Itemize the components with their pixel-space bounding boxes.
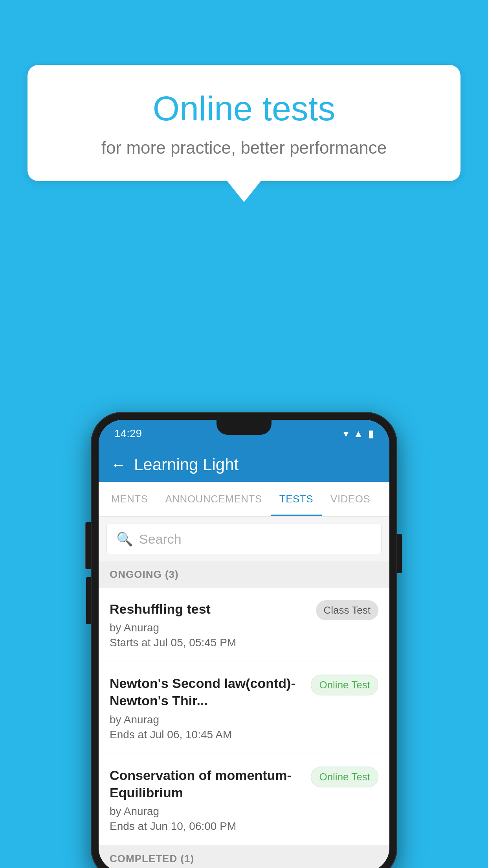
phone-mockup: 14:29 ▾ ▲ ▮ ← Learning Light MENTS ANNOU… [91, 412, 397, 868]
test-date: Starts at Jul 05, 05:45 PM [110, 636, 308, 649]
test-author: by Anurag [110, 714, 303, 726]
speech-bubble-section: Online tests for more practice, better p… [28, 65, 460, 202]
wifi-icon: ▾ [343, 428, 349, 440]
signal-icon: ▲ [353, 428, 363, 440]
bubble-title: Online tests [59, 88, 429, 129]
test-info: Newton's Second law(contd)-Newton's Thir… [110, 675, 311, 741]
tab-videos[interactable]: VIDEOS [322, 482, 379, 516]
tab-tests[interactable]: TESTS [271, 482, 322, 516]
test-info: Reshuffling test by Anurag Starts at Jul… [110, 600, 316, 649]
test-date: Ends at Jul 06, 10:45 AM [110, 728, 303, 741]
test-list: Reshuffling test by Anurag Starts at Jul… [99, 588, 389, 846]
app-title: Learning Light [134, 455, 238, 474]
bubble-subtitle: for more practice, better performance [59, 138, 429, 158]
test-date: Ends at Jun 10, 06:00 PM [110, 820, 303, 833]
test-name: Conservation of momentum-Equilibrium [110, 767, 303, 801]
test-badge: Online Test [311, 767, 378, 787]
status-icons: ▾ ▲ ▮ [343, 428, 374, 440]
speech-bubble: Online tests for more practice, better p… [28, 65, 460, 181]
tab-ments[interactable]: MENTS [103, 482, 157, 516]
completed-section-header: COMPLETED (1) [99, 846, 389, 868]
test-author: by Anurag [110, 805, 303, 818]
completed-title: COMPLETED (1) [110, 853, 194, 864]
search-placeholder: Search [139, 531, 182, 547]
search-container: 🔍 Search [99, 517, 389, 561]
test-author: by Anurag [110, 622, 308, 634]
notch [216, 420, 272, 435]
tabs-bar: MENTS ANNOUNCEMENTS TESTS VIDEOS [99, 482, 389, 517]
tab-announcements[interactable]: ANNOUNCEMENTS [157, 482, 271, 516]
back-button[interactable]: ← [110, 456, 126, 474]
test-item[interactable]: Newton's Second law(contd)-Newton's Thir… [99, 662, 389, 754]
test-badge: Online Test [311, 675, 378, 695]
test-item[interactable]: Conservation of momentum-Equilibrium by … [99, 754, 389, 846]
test-badge: Class Test [316, 600, 378, 620]
search-icon: 🔍 [116, 531, 133, 547]
test-name: Newton's Second law(contd)-Newton's Thir… [110, 675, 303, 709]
ongoing-title: ONGOING (3) [110, 568, 179, 580]
status-bar: 14:29 ▾ ▲ ▮ [99, 420, 389, 447]
app-header: ← Learning Light [99, 447, 389, 482]
battery-icon: ▮ [368, 428, 374, 440]
test-name: Reshuffling test [110, 600, 308, 618]
search-bar[interactable]: 🔍 Search [106, 524, 382, 554]
phone-screen: 14:29 ▾ ▲ ▮ ← Learning Light MENTS ANNOU… [99, 420, 389, 868]
test-info: Conservation of momentum-Equilibrium by … [110, 767, 311, 833]
bubble-tail [227, 180, 261, 202]
status-time: 14:29 [114, 427, 142, 440]
test-item[interactable]: Reshuffling test by Anurag Starts at Jul… [99, 588, 389, 662]
ongoing-section-header: ONGOING (3) [99, 561, 389, 588]
phone-outer: 14:29 ▾ ▲ ▮ ← Learning Light MENTS ANNOU… [91, 412, 397, 868]
